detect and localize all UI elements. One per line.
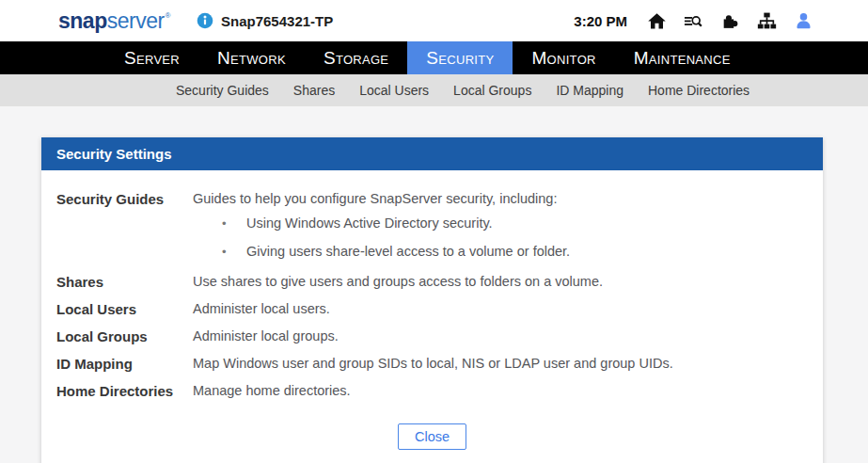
logo-trademark: ® [166, 11, 170, 20]
close-button[interactable]: Close [398, 423, 466, 450]
row-description: Administer local users. [193, 299, 808, 319]
row-description: Use shares to give users and groups acce… [193, 272, 808, 292]
bullet-item: Giving users share-level access to a vol… [193, 242, 808, 262]
row-description: Administer local groups. [193, 327, 808, 346]
button-row: Close [41, 408, 823, 463]
sitemap-icon[interactable] [757, 11, 777, 31]
row-label: Shares [56, 272, 193, 292]
row-label: Local Users [56, 299, 193, 319]
logo-text-snap: snap [58, 8, 107, 33]
row-label: Local Groups [56, 327, 193, 346]
description-text: Guides to help you configure SnapServer … [193, 189, 808, 209]
panel-title: Security Settings [41, 137, 823, 170]
bullet-list: Using Windows Active Directory security.… [193, 214, 808, 270]
settings-row: ID MappingMap Windows user and group SID… [56, 354, 808, 374]
topbar-tools: 3:20 PM [574, 11, 813, 31]
nav-tab-security[interactable]: Security [407, 41, 513, 74]
row-label: Security Guides [56, 189, 193, 270]
user-icon[interactable] [794, 11, 813, 31]
description-text: Manage home directories. [193, 381, 808, 401]
description-text: Use shares to give users and groups acce… [193, 272, 808, 292]
settings-row: SharesUse shares to give users and group… [56, 272, 808, 292]
nav-tab-network[interactable]: Network [198, 41, 305, 74]
logo-text-server: server [107, 8, 165, 33]
top-bar: snapserver® Snap7654321-TP 3:20 PM [0, 0, 868, 41]
log-search-icon[interactable] [684, 11, 703, 31]
subnav-link-security-guides[interactable]: Security Guides [164, 83, 281, 98]
device-name: Snap7654321-TP [221, 13, 333, 29]
subnav-link-local-users[interactable]: Local Users [347, 83, 441, 98]
row-description: Guides to help you configure SnapServer … [193, 189, 808, 270]
settings-row: Local UsersAdminister local users. [56, 299, 808, 319]
bullet-item: Using Windows Active Directory security. [193, 214, 808, 233]
settings-row: Security GuidesGuides to help you config… [56, 189, 808, 270]
description-text: Administer local users. [193, 299, 808, 319]
info-icon[interactable] [197, 12, 213, 29]
sub-nav: Security GuidesSharesLocal UsersLocal Gr… [0, 74, 868, 106]
row-label: ID Mapping [56, 354, 193, 374]
security-settings-panel: Security Settings Security GuidesGuides … [41, 137, 823, 463]
nav-tab-maintenance[interactable]: Maintenance [615, 41, 750, 74]
subnav-link-local-groups[interactable]: Local Groups [441, 83, 544, 98]
description-text: Map Windows user and group SIDs to local… [193, 354, 808, 374]
description-text: Administer local groups. [193, 327, 808, 346]
row-label: Home Directories [56, 381, 193, 401]
nav-tab-storage[interactable]: Storage [305, 41, 407, 74]
subnav-link-id-mapping[interactable]: ID Mapping [544, 83, 636, 98]
device-identity: Snap7654321-TP [197, 12, 333, 29]
page-content: Security Settings Security GuidesGuides … [0, 137, 868, 463]
panel-body: Security GuidesGuides to help you config… [41, 170, 823, 401]
nav-tab-monitor[interactable]: Monitor [513, 41, 614, 74]
row-description: Map Windows user and group SIDs to local… [193, 354, 808, 374]
main-nav: ServerNetworkStorageSecurityMonitorMaint… [0, 41, 868, 74]
clock-time: 3:20 PM [574, 13, 627, 29]
plugin-icon[interactable] [720, 11, 740, 31]
settings-row: Home DirectoriesManage home directories. [56, 381, 808, 401]
home-icon[interactable] [647, 11, 667, 31]
subnav-link-home-directories[interactable]: Home Directories [636, 83, 762, 98]
nav-tab-server[interactable]: Server [105, 41, 198, 74]
subnav-link-shares[interactable]: Shares [281, 83, 347, 98]
row-description: Manage home directories. [193, 381, 808, 401]
settings-row: Local GroupsAdminister local groups. [56, 327, 808, 346]
snapserver-logo[interactable]: snapserver® [58, 8, 170, 34]
